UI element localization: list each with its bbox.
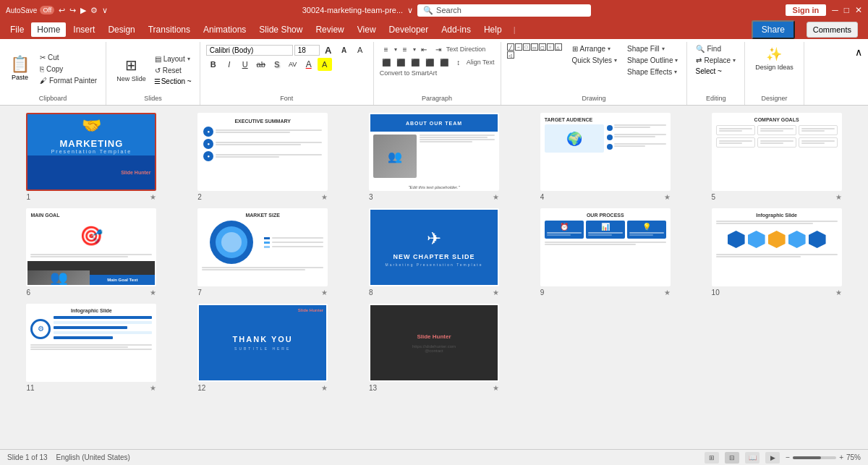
slide-item-12[interactable]: Slide Hunter THANK YOU SUBTITLE HERE 12 … [183, 304, 343, 392]
replace-button[interactable]: ⇄ Replace ▾ [693, 55, 739, 66]
slide-thumb-12[interactable]: Slide Hunter THANK YOU SUBTITLE HERE [197, 304, 328, 382]
slide-sorter-button[interactable]: ⊟ [725, 452, 739, 464]
slide-item-10[interactable]: Infographic Slide [697, 208, 856, 297]
comments-button[interactable]: Comments [807, 22, 858, 38]
font-size-input[interactable] [294, 45, 320, 56]
align-text-button[interactable]: Align Text [467, 59, 495, 66]
reset-button[interactable]: ↺ Reset [152, 65, 194, 76]
slide-item-11[interactable]: Infographic Slide ⚙ [12, 304, 171, 392]
shape-rtri[interactable]: ◁ [507, 51, 514, 59]
menu-transitions[interactable]: Transitions [142, 22, 196, 37]
slide-thumb-2[interactable]: EXECUTIVE SUMMARY ● ● [197, 113, 328, 191]
slide-thumb-11[interactable]: Infographic Slide ⚙ [26, 304, 156, 382]
bullets-button[interactable]: ≡ [380, 43, 393, 55]
search-bar[interactable]: 🔍 Search [417, 4, 591, 17]
shape-arrow[interactable]: → [515, 43, 522, 51]
slide-thumb-5[interactable]: COMPANY GOALS [712, 113, 842, 191]
numbering-button[interactable]: ≡ [399, 43, 412, 55]
menu-view[interactable]: View [352, 22, 382, 37]
align-left-button[interactable]: ⬛ [380, 56, 393, 68]
font-color-button[interactable]: A [302, 58, 316, 71]
decrease-indent-button[interactable]: ⇤ [417, 43, 430, 55]
menu-review[interactable]: Review [310, 22, 349, 37]
minimize-icon[interactable]: ─ [832, 5, 838, 15]
slide-thumb-13[interactable]: Slide Hunter https://slidehunter.com @co… [369, 304, 499, 382]
shape-line[interactable]: ╱ [507, 43, 514, 51]
slide-item-3[interactable]: ABOUT OUR TEAM 👥 [354, 113, 514, 201]
slide-item-8[interactable]: ✈ NEW CHAPTER SLIDE Marketing Presentati… [354, 208, 514, 297]
menu-file[interactable]: File [4, 22, 30, 37]
shape-rect2[interactable]: ▭ [531, 43, 538, 51]
shape-outline-button[interactable]: Shape Outline ▾ [624, 55, 681, 66]
menu-help[interactable]: Help [478, 22, 508, 37]
sign-in-button[interactable]: Sign in [786, 4, 827, 16]
align-right-button[interactable]: ⬛ [409, 56, 422, 68]
shape-tri[interactable]: △ [555, 43, 562, 51]
line-spacing-button[interactable]: ↕ [452, 56, 465, 68]
slide-thumb-7[interactable]: MARKET SIZE [197, 208, 328, 286]
design-ideas-button[interactable]: ✨ Design Ideas [751, 43, 798, 74]
slide-item-1[interactable]: 🤝 MARKETING Presentation Template Slide … [12, 113, 171, 201]
close-icon[interactable]: ✕ [855, 5, 862, 15]
zoom-slider[interactable] [793, 456, 836, 459]
char-spacing-button[interactable]: AV [286, 58, 300, 71]
menu-insert[interactable]: Insert [67, 22, 101, 37]
menu-slideshow[interactable]: Slide Show [253, 22, 308, 37]
arrange-button[interactable]: ⊞ Arrange ▾ [569, 43, 621, 54]
clear-format-button[interactable]: A [353, 43, 367, 56]
slide-item-4[interactable]: TARGET AUDIENCE 🌍 [525, 113, 685, 201]
format-painter-button[interactable]: 🖌 Format Painter [37, 75, 100, 86]
reading-view-button[interactable]: 📖 [745, 452, 760, 464]
slide-item-5[interactable]: COMPANY GOALS 5 ★ [697, 113, 856, 201]
strikethrough-button[interactable]: ab [254, 58, 268, 71]
text-direction-button[interactable]: Text Direction [446, 46, 486, 53]
section-button[interactable]: ☰ Section ~ [152, 77, 194, 86]
italic-button[interactable]: I [222, 58, 237, 71]
highlight-button[interactable]: A [318, 58, 332, 71]
slide-thumb-8[interactable]: ✈ NEW CHAPTER SLIDE Marketing Presentati… [369, 208, 499, 286]
slide-thumb-9[interactable]: OUR PROCESS ⏰ 📊 [540, 208, 671, 286]
menu-addins[interactable]: Add-ins [435, 22, 477, 37]
present-icon[interactable]: ▶ [80, 6, 86, 15]
col-button[interactable]: ⬛ [438, 56, 451, 68]
slide-item-13[interactable]: Slide Hunter https://slidehunter.com @co… [354, 304, 514, 392]
slide-item-6[interactable]: MAIN GOAL 🎯 👥 Main Goal Text [12, 208, 171, 297]
bullets-dropdown[interactable]: ▾ [394, 46, 397, 53]
shape-oval[interactable]: ○ [547, 43, 554, 51]
cut-button[interactable]: ✂ Cut [37, 52, 100, 63]
redo-icon[interactable]: ↪ [69, 6, 76, 15]
shape-rounded[interactable]: ▢ [539, 43, 546, 51]
quick-styles-button[interactable]: Quick Styles ▾ [569, 55, 621, 66]
menu-design[interactable]: Design [102, 22, 140, 37]
bold-button[interactable]: B [206, 58, 221, 71]
autosave-toggle[interactable]: Off [40, 6, 54, 14]
shadow-button[interactable]: S [270, 58, 284, 71]
slide-thumb-4[interactable]: TARGET AUDIENCE 🌍 [540, 113, 671, 191]
slide-thumb-6[interactable]: MAIN GOAL 🎯 👥 Main Goal Text [26, 208, 156, 286]
slide-thumb-10[interactable]: Infographic Slide [712, 208, 842, 286]
menu-animations[interactable]: Animations [197, 22, 252, 37]
zoom-in-button[interactable]: + [839, 453, 843, 461]
share-button[interactable]: Share [752, 20, 795, 39]
copy-button[interactable]: ⎘ Copy [37, 64, 100, 74]
collapse-ribbon-button[interactable]: ∧ [852, 45, 865, 59]
new-slide-button[interactable]: ⊞ New Slide [112, 54, 150, 85]
undo-icon[interactable]: ↩ [59, 6, 65, 15]
numbering-dropdown[interactable]: ▾ [413, 46, 416, 53]
justify-button[interactable]: ⬛ [423, 56, 436, 68]
slide-thumb-3[interactable]: ABOUT OUR TEAM 👥 [369, 113, 499, 191]
restore-icon[interactable]: □ [844, 5, 849, 15]
increase-font-button[interactable]: A [321, 43, 336, 56]
menu-home[interactable]: Home [31, 22, 66, 37]
paste-button[interactable]: 📋 Paste [6, 52, 34, 84]
more-icon[interactable]: ∨ [102, 6, 108, 15]
shapes-area[interactable]: ╱ → □ ▭ ▢ ○ △ ◁ [507, 43, 565, 59]
slide-item-2[interactable]: EXECUTIVE SUMMARY ● ● [183, 113, 343, 201]
convert-smartart-button[interactable]: Convert to SmartArt [380, 69, 438, 77]
slide-item-9[interactable]: OUR PROCESS ⏰ 📊 [525, 208, 685, 297]
find-button[interactable]: 🔍 Find [693, 43, 739, 54]
shape-rect[interactable]: □ [523, 43, 530, 51]
underline-button[interactable]: U [238, 58, 252, 71]
shape-effects-button[interactable]: Shape Effects ▾ [624, 67, 681, 77]
slide-thumb-1[interactable]: 🤝 MARKETING Presentation Template Slide … [26, 113, 156, 191]
